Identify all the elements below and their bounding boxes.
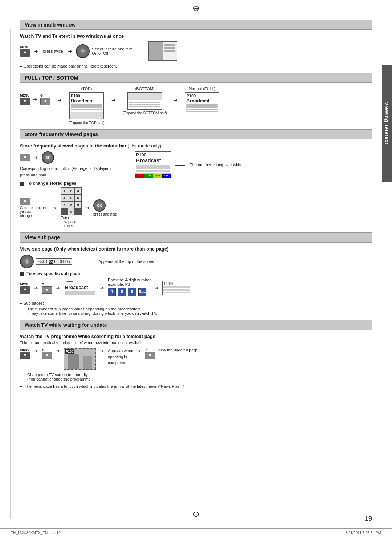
ftb-arrow3: ➔ [111,97,116,103]
p108-screen: P108 [64,348,96,370]
s5-menu-button[interactable]: ■ [20,352,30,359]
s5-changes-tv: Changes to TV screen temporarily [20,373,372,377]
nav-button-2[interactable] [20,255,34,268]
press-hold-label: press and hold [20,173,111,177]
sub-note2: It may take some time for searching, dur… [20,311,372,316]
coloured-btn-desc: Coloured button you want to change [20,206,49,218]
square-bullet-icon [20,182,24,186]
ftb-menu-button[interactable]: ■ [20,98,30,105]
key-4: 4 [61,195,68,201]
coloured-button[interactable]: ■ [20,198,30,205]
section-watch-tv-update: Watch TV while waiting for update Watch … [20,320,372,388]
change-stored-row: ■ Coloured button you want to change ➔ 1… [20,187,372,228]
t0006-box: T0006 [162,281,191,295]
s5-view-updated: View the updated page [157,348,198,352]
key-1: 1 [61,188,68,194]
key-0: 0 [68,208,74,215]
section5-header: Watch TV while waiting for update [20,320,372,330]
s4-menu-group: MENU ■ [20,282,30,294]
s3-arrow2: ➔ [53,205,57,211]
sub-pages-label: Sub pages: [20,301,372,305]
arrow1: ➔ [34,48,38,54]
section5-main-row: MENU ■ ➔ Y ■ ➔ P108 [20,348,372,370]
ftb-top-screen: P100 Broadcast [69,92,104,119]
ftb-arrow1: ➔ [33,97,37,102]
s4-menu-button[interactable]: ■ [20,286,30,294]
key-2: 2 [68,188,74,194]
nav-button-1[interactable] [76,44,90,58]
tv-screen-illustration [148,41,177,61]
footer-left: TH_L32U30KMTX_EN.indd 19 [11,531,61,535]
sub-pages-notes: Sub pages: The number of sub pages varie… [20,301,372,316]
colour-button-key[interactable]: ■ [20,154,30,161]
section2-header: FULL / TOP / BOTTOM [20,73,372,83]
s3-arrow1: ➔ [34,155,38,160]
ftb-normal-item: Normal (FULL) P100 Broadcast [185,86,219,114]
ok-button-1[interactable] [42,151,54,164]
section3-main-row: ■ ➔ Corresponding colour button (As page… [20,151,372,178]
specific-title: To view specific sub page [20,271,372,276]
digit-buttons-row: 0 0 0 6min [108,288,151,296]
digit-0a: 0 [108,288,116,296]
section-full-top-bottom: FULL / TOP / BOTTOM MENU ■ ➔ G ■ [20,73,372,125]
press-hold-2-label: press and hold [93,212,117,216]
numpad-group: 1 2 3 4 5 6 7 8 9 0 Enter [61,187,82,228]
s5-arrow1: ➔ [34,348,38,354]
section1-note: Operations can be made only on the Telet… [20,64,372,68]
ok-button-2[interactable] [93,199,106,212]
section3-btn-row: ■ ➔ [20,151,111,164]
enter-labels: Enter new page number [61,216,82,228]
change-stored-title: To change stored pages [20,181,372,186]
s4-b-button[interactable]: ■ [42,286,52,294]
key-5: 5 [68,195,74,201]
appears-text: Appears at the top of the screen [98,259,155,264]
menu-button[interactable]: ■ [20,49,30,57]
section-view-sub-page: View sub page View sub page (Only when t… [20,232,372,316]
number-changes-label: The number changes to white. [190,163,244,167]
section5-subtitle: Watch the TV programme while searching f… [20,334,372,339]
right-margin-line [381,29,381,519]
section4-specific: To view specific sub page MENU ■ ➔ B ■ ➔ [20,271,372,316]
key-6: 6 [75,195,81,201]
top-compass-decoration: ⊕ [0,0,392,15]
broadcast-box-1: P100 Broadcast 101 200 400 [135,151,171,178]
main-content: View in multi window Watch TV and Telete… [20,15,372,388]
key-3: 3 [75,188,81,194]
s5-news-flash: The news page has a function which indic… [20,384,372,388]
section3-broadcast-group: P100 Broadcast 101 200 400 [135,151,244,178]
s5-p108-group: P108 [64,348,96,370]
digit-6: 6min [138,288,146,296]
s5-arrow4: ➔ [137,348,141,354]
section-store-pages: Store frequently viewed pages Store freq… [20,129,372,228]
section4-specific-row: MENU ■ ➔ B ■ ➔ T**** Broadcast [20,278,372,298]
section4-header: View sub page [20,232,372,243]
sidebar-text: Viewing Teletext [384,102,390,145]
s5-y-button[interactable]: ■ [42,352,52,359]
colour-bar-row: 101 200 400 888 [135,173,171,178]
colour-bar-888: 888 [162,174,171,178]
enter-4digit-group: Enter the 4-digit number example: P6 0 0… [108,278,151,298]
key-9: 9 [75,202,81,208]
key-8: 8 [68,202,74,208]
s5-menu-group: MENU ■ [20,348,30,359]
digit-0c: 0 [128,288,136,296]
press-twice-label: (press twice) [42,49,64,53]
section1-subtitle: Watch TV and Teletext in two windows at … [20,33,372,39]
colour-bar-200: 200 [144,174,153,178]
left-margin-line [10,29,11,519]
page-container: ⊕ Viewing Teletext View in multi window … [0,0,392,537]
subpage-indicator: <<01 02 03 04 05 [36,258,72,265]
ftb-arrow4: ➔ [173,97,178,103]
ftb-g-btn-group: G ■ [40,94,50,105]
section3-broadcast-row: P100 Broadcast 101 200 400 [135,151,244,178]
digit-0b: 0 [118,288,126,296]
s5-y2-button[interactable]: ■ [145,352,155,359]
s5-cannot-change: (You cannot change the programme.) [20,377,372,381]
page-number: 19 [365,515,372,522]
ftb-g-button[interactable]: ■ [40,98,50,105]
section-view-in-multi-window: View in multi window Watch TV and Telete… [20,20,372,68]
section1-controls-row: MENU ■ ➔ (press twice) ➔ Select Picture … [20,41,372,61]
section3-change-stored: To change stored pages ■ Coloured button… [20,181,372,228]
coloured-btn-group: ■ Coloured button you want to change [20,198,49,218]
section1-menu-group: MENU ■ [20,45,30,57]
